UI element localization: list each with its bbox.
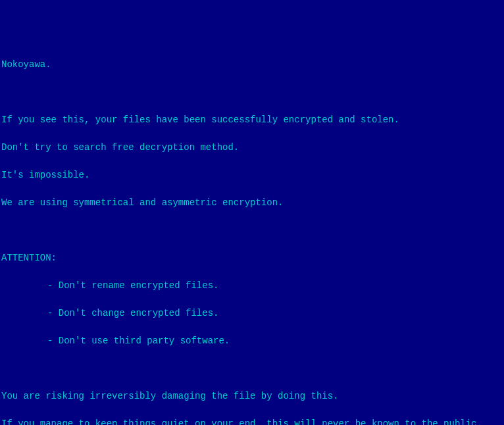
warning-line-1: You are risking irreversibly damaging th… xyxy=(1,389,503,403)
intro-line-2: Don't try to search free decryption meth… xyxy=(1,141,503,155)
blank-line xyxy=(1,362,503,376)
blank-line xyxy=(1,224,503,238)
ransom-title: Nokoyawa. xyxy=(1,58,503,72)
blank-line xyxy=(1,86,503,99)
attention-item-3: - Don't use third party software. xyxy=(1,334,503,348)
attention-item-2: - Don't change encrypted files. xyxy=(1,307,503,320)
attention-item-1: - Don't rename encrypted files. xyxy=(1,279,503,293)
attention-header: ATTENTION: xyxy=(1,251,503,265)
intro-line-3: It's impossible. xyxy=(1,168,503,182)
intro-line-1: If you see this, your files have been su… xyxy=(1,113,503,127)
intro-line-4: We are using symmetrical and asymmetric … xyxy=(1,196,503,210)
warning-line-2: If you manage to keep things quiet on yo… xyxy=(1,417,503,425)
